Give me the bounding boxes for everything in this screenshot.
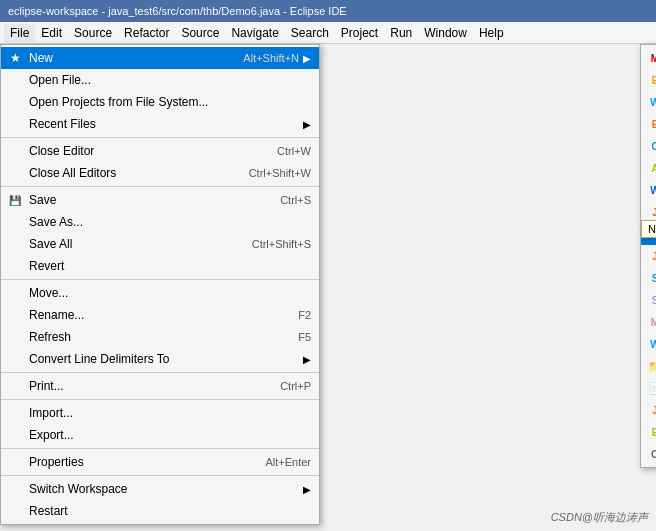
menu-item-open-file[interactable]: Open File... [1,69,319,91]
pm-web-service[interactable]: W Web Service [641,333,656,355]
convert-line-arrow: ▶ [303,354,311,365]
menu-window[interactable]: Window [418,24,473,42]
pm-example[interactable]: E Example... [641,421,656,443]
menu-item-move[interactable]: Move... [1,282,319,304]
menu-item-recent-files[interactable]: Recent Files ▶ [1,113,319,135]
menu-file[interactable]: File [4,24,35,42]
title-text: eclipse-workspace - java_test6/src/com/t… [8,5,347,17]
menu-run[interactable]: Run [384,24,418,42]
pm-ejb[interactable]: E EJB Project [641,113,656,135]
separator-3 [1,279,319,280]
menu-item-print[interactable]: Print... Ctrl+P [1,375,319,397]
connector-icon: C [647,138,656,154]
menu-help[interactable]: Help [473,24,510,42]
separator-7 [1,475,319,476]
separator-1 [1,137,319,138]
menu-source2[interactable]: Source [175,24,225,42]
pm-js-file[interactable]: J JavaScript File [641,245,656,267]
menu-search[interactable]: Search [285,24,335,42]
enterprise-icon: E [647,72,656,88]
menu-item-export[interactable]: Export... [1,424,319,446]
new-arrow: ▶ [303,53,311,64]
menu-bar: File Edit Source Refactor Source Navigat… [0,22,656,44]
menu-item-rename[interactable]: Rename... F2 [1,304,319,326]
separator-6 [1,448,319,449]
pm-other[interactable]: O Other... Ctrl+N [641,443,656,465]
pm-file[interactable]: 📄 File [641,377,656,399]
example-icon: E [647,424,656,440]
file-menu: ★ New Alt+Shift+N ▶ Open File... Open Pr… [0,44,320,525]
menu-edit[interactable]: Edit [35,24,68,42]
save-icon: 💾 [7,192,23,208]
jsp-file-icon: J [647,402,656,418]
separator-2 [1,186,319,187]
servlet-icon: S [647,270,656,286]
menu-refactor[interactable]: Refactor [118,24,175,42]
recent-files-arrow: ▶ [303,119,311,130]
menu-item-save[interactable]: 💾 Save Ctrl+S [1,189,319,211]
folder-icon: 📁 [647,358,656,374]
menu-item-close-editor[interactable]: Close Editor Ctrl+W [1,140,319,162]
pm-jsp-file[interactable]: J JSP File [641,399,656,421]
watermark: CSDN@听海边涛声 [551,510,648,525]
static-web-icon: W [647,182,656,198]
app-client-icon: A [647,160,656,176]
file-icon: 📄 [647,380,656,396]
menu-item-new[interactable]: ★ New Alt+Shift+N ▶ [1,47,319,69]
web-service-icon: W [647,336,656,352]
pm-folder[interactable]: 📁 Folder [641,355,656,377]
session-bean-icon: S [647,292,656,308]
tooltip-text: New Project [648,223,656,235]
menu-navigate[interactable]: Navigate [225,24,284,42]
pm-static-web[interactable]: W Static Web Project [641,179,656,201]
project-menu: M Maven Project E Enterprise Application… [640,44,656,468]
pm-enterprise[interactable]: E Enterprise Application Project [641,69,656,91]
new-icon: ★ [7,50,23,66]
dropdown-overlay: ★ New Alt+Shift+N ▶ Open File... Open Pr… [0,44,320,525]
menu-item-import[interactable]: Import... [1,402,319,424]
pm-dynamic-web[interactable]: W Dynamic Web Project [641,91,656,113]
switch-workspace-arrow: ▶ [303,484,311,495]
pm-maven[interactable]: M Maven Project [641,47,656,69]
pm-connector[interactable]: C Connector Project [641,135,656,157]
menu-item-restart[interactable]: Restart [1,500,319,522]
msg-driven-bean-icon: M [647,314,656,330]
menu-item-properties[interactable]: Properties Alt+Enter [1,451,319,473]
other-icon: O [647,446,656,462]
menu-project[interactable]: Project [335,24,384,42]
title-bar: eclipse-workspace - java_test6/src/com/t… [0,0,656,22]
maven-icon: M [647,50,656,66]
menu-item-switch-workspace[interactable]: Switch Workspace ▶ [1,478,319,500]
pm-msg-driven-bean[interactable]: M Message-Driven Bean (EJB 3.x/4.x) [641,311,656,333]
new-project-tooltip: New Project [641,220,656,238]
menu-item-refresh[interactable]: Refresh F5 [1,326,319,348]
menu-item-save-as[interactable]: Save As... [1,211,319,233]
pm-app-client[interactable]: A Application Client Project [641,157,656,179]
menu-item-open-projects[interactable]: Open Projects from File System... [1,91,319,113]
menu-item-close-all-editors[interactable]: Close All Editors Ctrl+Shift+W [1,162,319,184]
js-file-icon: J [647,248,656,264]
pm-servlet[interactable]: S Servlet [641,267,656,289]
ejb-icon: E [647,116,656,132]
menu-source1[interactable]: Source [68,24,118,42]
dynamic-web-icon: W [647,94,656,110]
separator-5 [1,399,319,400]
jpa-icon: J [647,204,656,220]
pm-session-bean[interactable]: S Session Bean (EJB 3.x/4.x) [641,289,656,311]
separator-4 [1,372,319,373]
menu-item-convert-line[interactable]: Convert Line Delimiters To ▶ [1,348,319,370]
menu-item-save-all[interactable]: Save All Ctrl+Shift+S [1,233,319,255]
menu-item-revert[interactable]: Revert [1,255,319,277]
